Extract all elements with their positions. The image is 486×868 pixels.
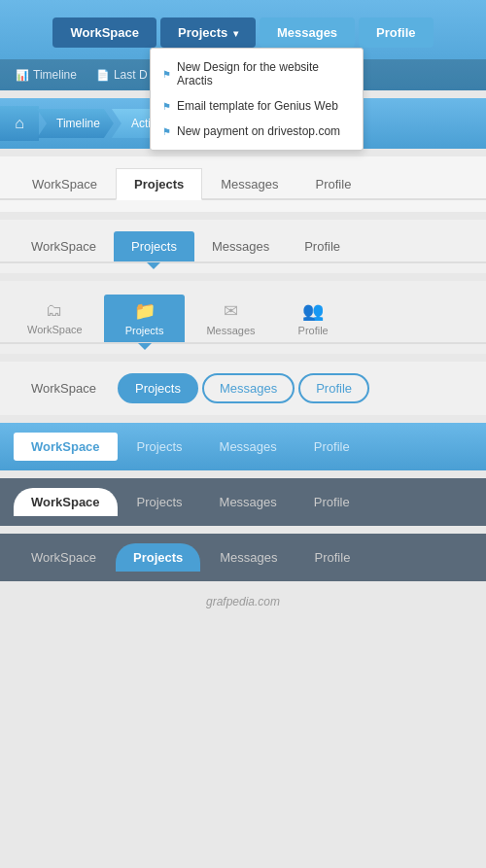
- blue-bg-tabs-section: WorkSpace Projects Messages Profile: [0, 423, 486, 470]
- dark-tab2-profile[interactable]: Profile: [297, 543, 368, 572]
- flat-tab-messages[interactable]: Messages: [202, 168, 296, 200]
- flag-icon-2: ⚑: [162, 101, 171, 112]
- blue-bg-tab-workspace[interactable]: WorkSpace: [14, 433, 118, 461]
- icon-tabs-section: 🗂 WorkSpace 📁 Projects ✉ Messages 👥 Prof…: [0, 281, 486, 354]
- section4-spacer: [0, 263, 486, 273]
- dropdown-item-1[interactable]: ⚑ New Design for the website Aractis: [151, 54, 363, 93]
- top-nav-bar: WorkSpace Projects ▾ ⚑ New Design for th…: [0, 17, 486, 59]
- flag-icon-3: ⚑: [162, 126, 171, 137]
- breadcrumb-home-button[interactable]: ⌂: [0, 106, 39, 141]
- dark-tab-workspace[interactable]: WorkSpace: [14, 488, 118, 516]
- dark-tab2-messages[interactable]: Messages: [202, 543, 295, 572]
- lastd-icon: 📄: [96, 69, 110, 82]
- footer: grafpedia.com: [0, 581, 486, 622]
- blue-bg-tab-projects[interactable]: Projects: [120, 433, 200, 461]
- pill-tab-messages[interactable]: Messages: [202, 373, 295, 403]
- section5-spacer: [0, 344, 486, 354]
- icon-tab-messages[interactable]: ✉ Messages: [185, 295, 276, 342]
- profile-icon: 👥: [302, 300, 324, 322]
- icon-tab-list: 🗂 WorkSpace 📁 Projects ✉ Messages 👥 Prof…: [0, 295, 486, 344]
- blue-tab-messages[interactable]: Messages: [194, 231, 287, 261]
- dark-tab-projects[interactable]: Projects: [120, 488, 200, 516]
- blue-tab-projects[interactable]: Projects: [114, 231, 194, 261]
- flag-icon-1: ⚑: [162, 69, 171, 80]
- projects-dropdown-container: Projects ▾ ⚑ New Design for the website …: [160, 17, 256, 48]
- icon-tab-projects[interactable]: 📁 Projects: [104, 295, 186, 342]
- nav-messages-button[interactable]: Messages: [260, 17, 355, 48]
- dark-tab2-projects[interactable]: Projects: [116, 543, 200, 572]
- flat-tab-workspace[interactable]: WorkSpace: [14, 168, 116, 200]
- flat-tabs-section: WorkSpace Projects Messages Profile: [0, 156, 486, 212]
- subnav-lastd[interactable]: 📄 Last D: [90, 68, 154, 82]
- flat-tab-list: WorkSpace Projects Messages Profile: [0, 168, 486, 200]
- icon-tab-profile[interactable]: 👥 Profile: [277, 295, 350, 342]
- projects-folder-icon: 📁: [134, 300, 156, 322]
- blue-tab-list: WorkSpace Projects Messages Profile: [0, 231, 486, 263]
- pill-tab-profile[interactable]: Profile: [298, 373, 369, 403]
- blue-tabs-section: WorkSpace Projects Messages Profile: [0, 220, 486, 273]
- blue-bg-tab-messages[interactable]: Messages: [202, 433, 295, 461]
- nav-projects-button[interactable]: Projects ▾: [160, 17, 256, 48]
- home-icon: ⌂: [15, 115, 24, 132]
- pill-tab-projects[interactable]: Projects: [118, 373, 198, 403]
- icon-tab-workspace[interactable]: 🗂 WorkSpace: [6, 295, 104, 342]
- dark-tab-messages[interactable]: Messages: [202, 488, 295, 516]
- nav-workspace-button[interactable]: WorkSpace: [52, 17, 156, 48]
- flat-tab-profile[interactable]: Profile: [297, 168, 370, 200]
- pill-tabs-section: WorkSpace Projects Messages Profile: [0, 362, 486, 415]
- dark-tab2-workspace[interactable]: WorkSpace: [14, 543, 114, 572]
- blue-tab-profile[interactable]: Profile: [287, 231, 358, 261]
- dropdown-item-3[interactable]: ⚑ New payment on drivestop.com: [151, 119, 363, 144]
- footer-text: grafpedia.com: [206, 595, 280, 608]
- dark-tab-profile[interactable]: Profile: [296, 488, 367, 516]
- timeline-icon: 📊: [16, 69, 29, 82]
- section1-blue-nav: WorkSpace Projects ▾ ⚑ New Design for th…: [0, 0, 486, 90]
- dark-tabs-section: WorkSpace Projects Messages Profile: [0, 478, 486, 526]
- messages-icon: ✉: [224, 300, 238, 322]
- dropdown-item-2[interactable]: ⚑ Email template for Genius Web: [151, 93, 363, 119]
- dropdown-caret-icon: ▾: [233, 28, 238, 39]
- dark-blue-tabs-section: WorkSpace Projects Messages Profile: [0, 534, 486, 581]
- blue-tab-workspace[interactable]: WorkSpace: [14, 231, 114, 261]
- flat-tab-projects[interactable]: Projects: [116, 168, 202, 200]
- breadcrumb-timeline[interactable]: Timeline: [37, 109, 114, 138]
- pill-tab-workspace[interactable]: WorkSpace: [14, 373, 114, 403]
- blue-bg-tab-profile[interactable]: Profile: [296, 433, 367, 461]
- subnav-timeline[interactable]: 📊 Timeline: [10, 68, 83, 82]
- workspace-icon: 🗂: [46, 300, 63, 321]
- nav-profile-button[interactable]: Profile: [359, 17, 433, 48]
- projects-dropdown-menu: ⚑ New Design for the website Aractis ⚑ E…: [150, 48, 364, 151]
